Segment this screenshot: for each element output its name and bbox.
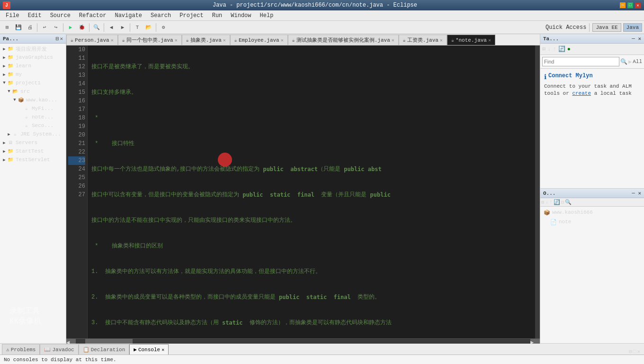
scroll-right-button[interactable]: ▶ (530, 339, 540, 344)
menu-help[interactable]: Help (256, 10, 277, 21)
tree-item-project1[interactable]: ▼ 📁 project1 (0, 79, 66, 87)
open-resource-button[interactable]: 📂 (143, 22, 154, 33)
tree-item-seco[interactable]: ☕ Seco... (0, 121, 66, 130)
new-button[interactable]: ⊞ (2, 22, 12, 33)
save-button[interactable]: 💾 (13, 22, 24, 33)
menu-run[interactable]: Run (208, 10, 226, 21)
tab-console[interactable]: ▶ Console ✕ (129, 344, 169, 355)
menu-source[interactable]: Source (46, 10, 74, 21)
tab-close-icon[interactable]: ✕ (111, 37, 114, 43)
tab-employee[interactable]: ☕ Employee.java ✕ (230, 35, 288, 45)
tab-person-java[interactable]: ☕ Person.java ✕ (66, 35, 118, 45)
tree-item-learn[interactable]: ▶ 📁 learn (0, 62, 66, 70)
horizontal-scrolltrack[interactable] (76, 339, 530, 344)
code-line-10: 接口不是被类继承了，而是要被类实现。 (91, 63, 531, 71)
tree-item-my[interactable]: ▶ 📁 my (0, 70, 66, 79)
find-search-icon[interactable]: 🔍 (620, 58, 627, 65)
tab-same-package[interactable]: ☕ 同一个包中类.java ✕ (118, 35, 182, 45)
java-file-icon: ☕ (23, 122, 30, 129)
toolbar-icon3[interactable]: ✕ (637, 348, 640, 355)
window-controls: ─ □ ✕ (619, 2, 641, 9)
tab-javadoc[interactable]: 📖 Javadoc (40, 344, 78, 355)
search-button[interactable]: 🔍 (91, 22, 102, 33)
java-perspective[interactable]: Java (623, 23, 642, 32)
tab-abstract[interactable]: ☕ 抽象类.java ✕ (182, 35, 230, 45)
maximize-button[interactable]: □ (627, 2, 634, 9)
next-button[interactable]: ▶ (117, 22, 128, 33)
tab-close-icon[interactable]: ✕ (281, 37, 284, 43)
tab-close-icon[interactable]: ✕ (175, 37, 178, 43)
horizontal-scrollthumb[interactable] (85, 339, 133, 344)
menu-window[interactable]: Window (227, 10, 255, 21)
find-input[interactable] (542, 57, 619, 66)
settings-button[interactable]: ⚙ (158, 22, 169, 33)
find-next-icon[interactable]: ▶ (628, 58, 632, 65)
java-ee-perspective[interactable]: Java EE (592, 23, 621, 32)
title-bar: J Java - project1/src/www/kaoshi666/com/… (0, 0, 644, 10)
minimize-outline-icon[interactable]: ─ (632, 191, 635, 196)
open-type-button[interactable]: T (132, 22, 143, 33)
tree-item-jre[interactable]: ▶ ☕ JRE System... (0, 130, 66, 138)
redo-button[interactable]: ↪ (51, 22, 61, 33)
tab-label: Console (138, 347, 160, 353)
menu-edit[interactable]: Edit (24, 10, 45, 21)
tab-label: *note.java (456, 37, 487, 43)
tab-close-icon[interactable]: ✕ (488, 37, 491, 43)
tree-label: javaGraphics (16, 55, 53, 60)
tab-close-icon[interactable]: ✕ (440, 37, 443, 43)
tree-label: MyFi... (32, 106, 54, 111)
main-layout: Pa... ⊟ ✕ ▶ 📁 项目应用开发 ▶ 📁 javaGraphics ▶ … (0, 34, 644, 343)
undo-button[interactable]: ↩ (39, 22, 50, 33)
menu-navigate[interactable]: Navigate (111, 10, 146, 21)
tree-item-javagraphics[interactable]: ▶ 📁 javaGraphics (0, 53, 66, 62)
tab-problems[interactable]: ⚠ Problems (2, 344, 40, 355)
print-button[interactable]: 🖨 (25, 22, 35, 33)
tab-close-icon[interactable]: ✕ (392, 37, 394, 43)
menu-refactor[interactable]: Refactor (75, 10, 110, 21)
tree-item-myfi[interactable]: ☕ MyFi... (0, 104, 66, 113)
outline-item-package[interactable]: 📦 www.kaoshi666 (540, 208, 644, 217)
close-panel-icon[interactable]: ✕ (60, 36, 63, 42)
outline-item-note[interactable]: 📄 note (540, 217, 644, 227)
tree-label: 项目应用开发 (16, 46, 47, 53)
minimize-panel-icon[interactable]: ─ (632, 36, 635, 42)
menu-search[interactable]: Search (147, 10, 175, 21)
tab-close-icon[interactable]: ✕ (161, 347, 164, 353)
close-button[interactable]: ✕ (635, 2, 641, 9)
collapse-all-icon[interactable]: ⊟ (56, 36, 59, 42)
vertical-scrollbar[interactable] (535, 46, 540, 338)
minimize-button[interactable]: ─ (619, 2, 626, 9)
prev-button[interactable]: ◀ (106, 22, 116, 33)
menu-file[interactable]: File (2, 10, 23, 21)
app-icon: J (3, 1, 10, 9)
close-outline-icon[interactable]: ✕ (638, 191, 641, 196)
scroll-left-button[interactable]: ◀ (66, 339, 76, 344)
tree-item-project-apps[interactable]: ▶ 📁 项目应用开发 (0, 45, 66, 53)
toolbar-icon2[interactable]: □ (633, 349, 636, 355)
menu-project[interactable]: Project (176, 10, 207, 21)
tree-item-src[interactable]: ▼ 📂 src (0, 87, 66, 96)
code-content[interactable]: 接口不是被类继承了，而是要被类实现。 接口支持多继承。 * * 接口特性 接口中… (88, 46, 535, 338)
toolbar-icon1[interactable]: ⊟ (629, 348, 632, 355)
find-all-label[interactable]: All (633, 59, 642, 64)
run-button[interactable]: ▶ (65, 22, 76, 33)
tab-close-icon[interactable]: ✕ (223, 37, 226, 43)
tab-declaration[interactable]: 📋 Declaration (79, 344, 130, 355)
debug-button[interactable]: 🐞 (77, 22, 87, 33)
project-icon: 📁 (7, 79, 14, 87)
tree-item-note[interactable]: ☕ note... (0, 113, 66, 121)
editor-panel: ☕ Person.java ✕ ☕ 同一个包中类.java ✕ ☕ 抽象类.ja… (66, 34, 540, 343)
close-panel-icon[interactable]: ✕ (638, 36, 641, 42)
note-icon: 📄 (550, 218, 557, 226)
tree-item-starttest[interactable]: ▶ 📁 StartTest (0, 147, 66, 155)
tree-item-package[interactable]: ▼ 📦 www.kao... (0, 96, 66, 104)
tab-note-java[interactable]: ☕ *note.java ✕ (447, 35, 495, 45)
code-area[interactable]: 10 11 12 13 14 15 16 17 18 19 20 21 22 2… (66, 46, 535, 338)
tab-salary[interactable]: ☕ 工资类.java ✕ (399, 35, 447, 45)
tree-item-testservlet[interactable]: ▶ 📁 TestServlet (0, 155, 66, 164)
java-icon: ☕ (403, 37, 406, 43)
connect-link[interactable]: create (572, 91, 591, 96)
tab-test-abstract[interactable]: ☕ 测试抽象类是否能够被实例化案例.java ✕ (288, 35, 399, 45)
tree-item-servers[interactable]: ▶ 🖥 Servers (0, 138, 66, 147)
code-line-18: 1. 抽象类中的方法可以有方法体，就是能实现方法的具体功能，但是接口中的方法不行… (91, 267, 531, 276)
